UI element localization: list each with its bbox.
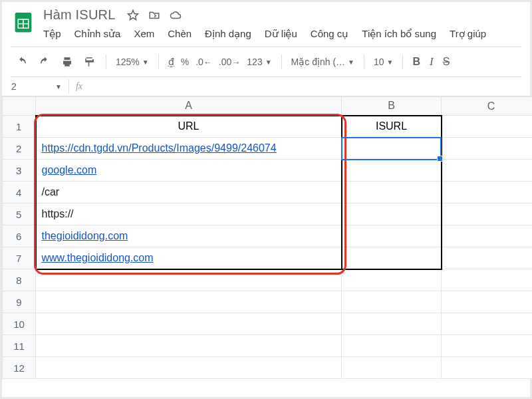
namebox-dropdown-icon[interactable]: ▼	[55, 83, 62, 90]
toolbar: 125%▼ ₫ % .0← .00→ 123▼ Mặc định (…▼ 10▼…	[10, 47, 522, 77]
cell-A1[interactable]: URL	[36, 116, 342, 138]
cell-B6[interactable]	[342, 225, 442, 247]
cell-B9[interactable]	[342, 291, 442, 313]
cell-C5[interactable]	[442, 203, 533, 225]
cell-A11[interactable]	[36, 335, 342, 357]
menu-tools[interactable]: Công cụ	[311, 28, 349, 40]
cell-B3[interactable]	[342, 160, 442, 182]
move-icon[interactable]	[148, 9, 161, 22]
cell-A12[interactable]	[36, 357, 342, 379]
row-header-2[interactable]: 2	[3, 138, 36, 160]
cell-A6[interactable]: thegioididong.com	[36, 225, 342, 247]
cell-C11[interactable]	[442, 335, 533, 357]
select-all-corner[interactable]	[3, 97, 36, 116]
fx-label: fx	[76, 81, 82, 92]
menu-edit[interactable]: Chỉnh sửa	[74, 28, 121, 40]
cell-A9[interactable]	[36, 291, 342, 313]
cell-C10[interactable]	[442, 313, 533, 335]
menu-file[interactable]: Tệp	[43, 28, 61, 40]
menu-insert[interactable]: Chèn	[168, 28, 192, 40]
cell-B4[interactable]	[342, 182, 442, 203]
star-icon[interactable]	[126, 9, 140, 22]
strike-button[interactable]: S	[443, 56, 450, 68]
spreadsheet-grid[interactable]: A B C 1 URL ISURL 2 https://cdn.tgdd.vn/…	[2, 96, 530, 379]
cell-B8[interactable]	[342, 269, 442, 291]
menu-help[interactable]: Trợ giúp	[450, 28, 486, 40]
italic-button[interactable]: I	[430, 55, 434, 68]
name-box[interactable]: 2	[2, 81, 49, 92]
percent-button[interactable]: %	[181, 57, 189, 67]
cell-B5[interactable]	[342, 203, 442, 225]
menu-data[interactable]: Dữ liệu	[265, 28, 297, 40]
cell-A8[interactable]	[36, 269, 342, 291]
menu-view[interactable]: Xem	[134, 28, 154, 40]
number-format-dropdown[interactable]: 123▼	[247, 57, 271, 67]
cell-A7[interactable]: www.thegioididong.com	[36, 247, 342, 269]
cell-C9[interactable]	[442, 291, 533, 313]
row-header-8[interactable]: 8	[3, 269, 36, 291]
cloud-icon[interactable]	[169, 9, 182, 22]
cell-C3[interactable]	[442, 160, 533, 182]
col-header-C[interactable]: C	[442, 97, 533, 116]
cell-A5[interactable]: https://	[36, 203, 342, 225]
row-header-10[interactable]: 10	[3, 313, 36, 335]
row-header-6[interactable]: 6	[3, 225, 36, 247]
font-size-dropdown[interactable]: 10▼	[374, 57, 393, 67]
decrease-decimal-button[interactable]: .0←	[196, 57, 212, 67]
row-header-7[interactable]: 7	[3, 247, 36, 269]
cell-C1[interactable]	[442, 116, 533, 138]
menubar: Tệp Chỉnh sửa Xem Chèn Định dạng Dữ liệu…	[43, 28, 523, 40]
menu-addons[interactable]: Tiện ích bổ sung	[362, 28, 436, 40]
row-header-11[interactable]: 11	[3, 335, 36, 357]
col-header-A[interactable]: A	[36, 97, 342, 116]
cell-B1[interactable]: ISURL	[342, 116, 442, 138]
cell-B7[interactable]	[342, 247, 442, 269]
row-header-12[interactable]: 12	[3, 357, 36, 379]
row-header-5[interactable]: 5	[3, 203, 36, 225]
cell-C8[interactable]	[442, 269, 533, 291]
menu-format[interactable]: Định dạng	[205, 28, 251, 40]
row-header-3[interactable]: 3	[3, 160, 36, 182]
cell-A10[interactable]	[36, 313, 342, 335]
cell-B10[interactable]	[342, 313, 442, 335]
row-header-9[interactable]: 9	[3, 291, 36, 313]
svg-marker-4	[128, 10, 138, 19]
print-icon[interactable]	[61, 55, 74, 68]
font-dropdown[interactable]: Mặc định (…▼	[291, 57, 354, 67]
cell-C7[interactable]	[442, 247, 533, 269]
col-header-B[interactable]: B	[342, 97, 442, 116]
cell-B12[interactable]	[342, 357, 442, 379]
cell-C2[interactable]	[442, 138, 533, 160]
cell-C12[interactable]	[442, 357, 533, 379]
sheets-logo	[9, 7, 38, 37]
bold-button[interactable]: B	[412, 56, 420, 68]
row-header-4[interactable]: 4	[3, 182, 36, 203]
doc-title[interactable]: Hàm ISURL	[43, 7, 116, 23]
redo-icon[interactable]	[38, 55, 51, 68]
zoom-dropdown[interactable]: 125%▼	[116, 57, 149, 67]
cell-A3[interactable]: google.com	[36, 160, 342, 182]
increase-decimal-button[interactable]: .00→	[219, 57, 240, 67]
cell-B11[interactable]	[342, 335, 442, 357]
paint-format-icon[interactable]	[83, 55, 96, 68]
undo-icon[interactable]	[15, 55, 29, 68]
cell-B2[interactable]	[342, 138, 442, 160]
currency-button[interactable]: ₫	[168, 57, 174, 67]
cell-A4[interactable]: /car	[36, 182, 342, 203]
row-header-1[interactable]: 1	[3, 116, 36, 138]
cell-C4[interactable]	[442, 182, 533, 203]
cell-C6[interactable]	[442, 225, 533, 247]
cell-A2[interactable]: https://cdn.tgdd.vn/Products/Images/9499…	[36, 138, 342, 160]
